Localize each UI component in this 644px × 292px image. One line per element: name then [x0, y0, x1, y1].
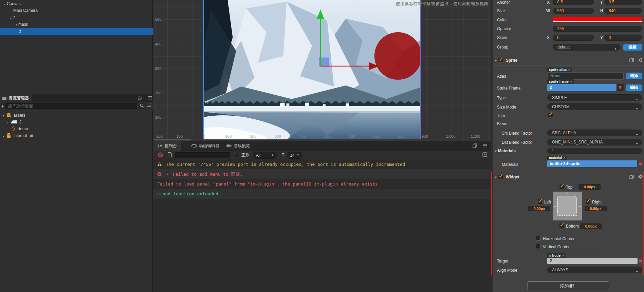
regex-checkbox[interactable] — [235, 153, 239, 157]
materials-count-field[interactable]: 1 — [547, 148, 642, 154]
dst-blend-dropdown[interactable]: ONE_MINUS_SRC_ALPHA▼ — [547, 139, 642, 145]
sprite-frame-edit-button[interactable]: 编辑 — [626, 84, 642, 91]
undock-panel-icon[interactable] — [138, 96, 142, 101]
undock-panel-icon[interactable] — [473, 143, 477, 149]
ruler-h-label: 600 — [349, 134, 355, 138]
asset-item-2[interactable]: ▸ 2 — [0, 119, 153, 125]
widget-right-field[interactable]: 0.00px — [585, 206, 607, 211]
asset-item-internal[interactable]: ▸ internal — [0, 132, 153, 139]
search-icon[interactable] — [140, 103, 144, 109]
sprite-section-header[interactable]: ▼ Sprite — [493, 57, 644, 65]
atlas-select-button[interactable]: 选择 — [626, 73, 642, 79]
gear-icon[interactable] — [638, 174, 643, 180]
widget-top-field[interactable]: 0.00px — [578, 184, 601, 190]
scene-flame-icon — [11, 126, 15, 131]
external-link-icon[interactable]: ↗ — [568, 68, 571, 72]
widget-top-checkbox[interactable] — [559, 184, 564, 189]
add-asset-button[interactable]: + — [0, 103, 5, 109]
collapse-arrow-icon[interactable]: ▸ — [6, 119, 10, 126]
gear-icon[interactable] — [638, 58, 643, 63]
anchor-y-field[interactable]: 0.5 — [604, 0, 642, 5]
console-message-error[interactable]: Failed to add menu to 面板, — [153, 169, 491, 179]
type-dropdown[interactable]: SIMPLE▼ — [547, 94, 642, 101]
scene-scrollbar[interactable] — [154, 139, 191, 140]
atlas-field[interactable]: None — [547, 72, 624, 80]
log-file-icon[interactable] — [168, 152, 172, 158]
font-size-dropdown[interactable]: 14▼ — [287, 152, 302, 159]
console-message-log[interactable]: cloud-function unloaded — [153, 189, 491, 199]
external-link-icon[interactable]: ↗ — [563, 156, 566, 160]
asset-item-assets[interactable]: ▾ assets — [0, 112, 153, 119]
widget-bottom-checkbox[interactable] — [559, 223, 564, 228]
opacity-field[interactable]: 255 — [553, 26, 642, 32]
collapse-arrow-icon[interactable]: ▸ — [1, 133, 5, 140]
align-mode-dropdown[interactable]: ALWAYS▼ — [547, 267, 642, 273]
asset-item-demo[interactable]: demo — [0, 125, 153, 132]
console-panel: 控制台 动画编辑器 游戏预览 — [153, 141, 491, 292]
widget-enabled-checkbox[interactable] — [498, 174, 503, 179]
expand-arrow-icon[interactable]: ▾ — [8, 15, 13, 22]
hierarchy-item-canvas[interactable]: ▾Canvas — [0, 0, 153, 7]
clear-material-icon[interactable]: ✖ — [639, 161, 642, 167]
skew-x-field[interactable]: 0 — [553, 35, 594, 41]
section-collapse-icon[interactable]: ▼ — [494, 150, 497, 153]
section-collapse-icon[interactable]: ▼ — [494, 59, 497, 62]
group-edit-button[interactable]: 编辑 — [623, 44, 642, 51]
size-h-field[interactable]: 640 — [604, 8, 642, 14]
external-link-icon[interactable]: ↗ — [570, 80, 572, 83]
size-w-field[interactable]: 960 — [553, 8, 594, 14]
widget-right-checkbox[interactable] — [585, 199, 590, 204]
clear-sprite-frame-icon[interactable]: ✖ — [617, 84, 624, 91]
scene-view[interactable]: 500 400 300 200 100 -200 -100 0 100 200 … — [153, 0, 491, 141]
hierarchy-item-2[interactable]: ▾2 — [0, 14, 153, 21]
sprite-frame-field[interactable]: 2 — [547, 84, 617, 91]
group-dropdown[interactable]: default▼ — [553, 44, 621, 51]
assets-tabbar: 资源管理器 — [0, 94, 153, 102]
src-blend-dropdown[interactable]: SRC_ALPHA▼ — [547, 130, 642, 136]
sort-icon[interactable] — [147, 103, 152, 109]
asset-folder-icon — [6, 133, 11, 138]
panel-menu-icon[interactable] — [483, 144, 487, 149]
horizontal-center-checkbox[interactable] — [536, 236, 541, 241]
anchor-x-field[interactable]: 0.5 — [553, 0, 594, 5]
trim-checkbox[interactable] — [548, 112, 553, 117]
log-level-dropdown[interactable]: All▼ — [253, 152, 277, 159]
section-collapse-icon[interactable]: ▼ — [494, 176, 497, 179]
sprite-enabled-checkbox[interactable] — [498, 58, 503, 63]
expand-arrow-icon[interactable]: ▾ — [14, 22, 18, 28]
widget-section-header[interactable]: ▼ Widget — [493, 174, 644, 182]
clear-target-icon[interactable]: ✖ — [639, 258, 642, 264]
add-component-button[interactable]: 添加组件 — [528, 281, 609, 290]
collapse-logs-icon[interactable] — [482, 152, 487, 158]
copy-component-icon[interactable] — [629, 175, 634, 180]
widget-bottom-field[interactable]: 0.00px — [580, 223, 602, 229]
hierarchy-item-mask[interactable]: ▾mask — [0, 21, 153, 28]
copy-component-icon[interactable] — [629, 58, 634, 63]
hierarchy-item-2-selected[interactable]: 2 — [0, 28, 153, 35]
expand-arrow-icon[interactable]: ▾ — [3, 1, 7, 8]
widget-left-field[interactable]: 0.00px — [528, 206, 550, 211]
opacity-label: Opacity — [497, 26, 511, 31]
material-field[interactable]: builtin-2d-sprite — [547, 160, 637, 167]
console-message-warning[interactable]: The current '7456' preview port is alrea… — [153, 159, 491, 169]
scene-canvas-image[interactable] — [203, 0, 421, 139]
hierarchy-item-main-camera[interactable]: Main Camera — [0, 7, 153, 14]
console-message-error[interactable]: Failed to load panel "panel" from "im-pl… — [153, 179, 491, 189]
color-swatch[interactable] — [553, 17, 642, 23]
tab-console[interactable]: 控制台 — [153, 141, 181, 151]
expand-arrow-icon[interactable]: ▾ — [1, 113, 5, 119]
widget-left-checkbox[interactable] — [537, 199, 542, 204]
vertical-center-checkbox[interactable] — [536, 244, 541, 249]
size-mode-dropdown[interactable]: CUSTOM▼ — [547, 103, 642, 110]
tab-animation-editor[interactable]: 动画编辑器 — [187, 141, 223, 151]
tab-assets-manager[interactable]: 资源管理器 — [0, 94, 32, 102]
skew-y-field[interactable]: 0 — [604, 35, 642, 41]
tab-game-preview[interactable]: 游戏预览 — [222, 141, 254, 151]
assets-search-input[interactable] — [5, 103, 137, 109]
external-link-icon[interactable]: ↗ — [562, 254, 564, 257]
clear-console-icon[interactable] — [158, 152, 163, 158]
target-field[interactable]: 2 — [547, 258, 638, 264]
panel-menu-icon[interactable] — [147, 96, 152, 101]
expand-message-icon[interactable] — [167, 173, 168, 176]
console-filter-input[interactable] — [175, 152, 230, 158]
